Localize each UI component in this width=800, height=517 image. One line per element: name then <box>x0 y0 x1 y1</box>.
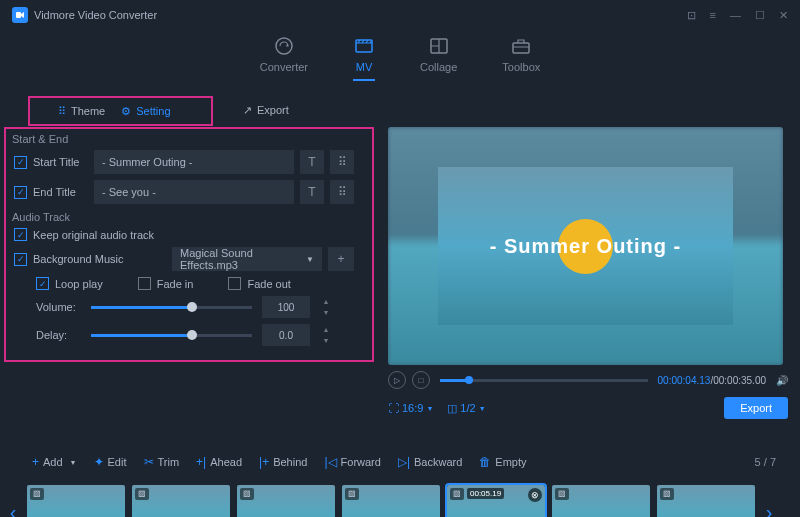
end-title-text-button[interactable]: T <box>300 180 324 204</box>
backward-icon: ▷| <box>398 455 410 469</box>
audio-track-header: Audio Track <box>6 207 362 225</box>
image-icon: ▨ <box>240 488 254 500</box>
tab-toolbox[interactable]: Toolbox <box>502 35 540 81</box>
start-title-grid-button[interactable]: ⠿ <box>330 150 354 174</box>
delay-value[interactable]: 0.0 <box>262 324 310 346</box>
svg-rect-4 <box>513 43 529 53</box>
behind-button[interactable]: |+Behind <box>251 452 315 472</box>
thumbnail-1[interactable]: ▨ <box>27 485 125 518</box>
volume-value[interactable]: 100 <box>262 296 310 318</box>
thumbnail-2[interactable]: ▨ <box>132 485 230 518</box>
split-icon: ◫ <box>447 402 457 415</box>
page-ratio-select[interactable]: ◫1/2▼ <box>447 402 485 415</box>
chevron-down-icon: ▼ <box>479 405 486 412</box>
minimize-icon[interactable]: — <box>730 9 741 22</box>
converter-icon <box>273 35 295 57</box>
image-icon: ▨ <box>660 488 674 500</box>
bg-music-select[interactable]: Magical Sound Effects.mp3▼ <box>172 247 322 271</box>
volume-up[interactable]: ▲ <box>320 298 332 305</box>
scissors-icon: ✂ <box>144 455 154 469</box>
start-title-checkbox[interactable]: ✓ <box>14 156 27 169</box>
delay-label: Delay: <box>36 329 81 341</box>
edit-button[interactable]: ✦Edit <box>86 452 135 472</box>
tab-collage[interactable]: Collage <box>420 35 457 81</box>
mv-icon <box>353 35 375 57</box>
ahead-button[interactable]: +|Ahead <box>188 452 250 472</box>
volume-icon[interactable]: 🔊 <box>776 375 788 386</box>
image-icon: ▨ <box>555 488 569 500</box>
add-button[interactable]: +Add ▼ <box>24 452 85 472</box>
subtab-theme[interactable]: ⠿Theme <box>50 100 113 123</box>
delay-slider[interactable] <box>91 334 252 337</box>
thumbnail-5[interactable]: ▨ 00:05.19 ⊗ ▷☆◷ <box>447 485 545 518</box>
thumb-remove[interactable]: ⊗ <box>528 488 542 502</box>
backward-button[interactable]: ▷|Backward <box>390 452 470 472</box>
feedback-icon[interactable]: ⊡ <box>687 9 696 22</box>
volume-down[interactable]: ▼ <box>320 309 332 316</box>
image-icon: ▨ <box>30 488 44 500</box>
forward-icon: |◁ <box>324 455 336 469</box>
export-button[interactable]: Export <box>724 397 788 419</box>
thumbnail-3[interactable]: ▨ <box>237 485 335 518</box>
start-title-input[interactable] <box>94 150 294 174</box>
loop-checkbox[interactable]: ✓ <box>36 277 49 290</box>
tab-converter[interactable]: Converter <box>260 35 308 81</box>
app-logo <box>12 7 28 23</box>
trim-button[interactable]: ✂Trim <box>136 452 188 472</box>
end-title-checkbox[interactable]: ✓ <box>14 186 27 199</box>
delay-down[interactable]: ▼ <box>320 337 332 344</box>
tab-mv[interactable]: MV <box>353 35 375 81</box>
thumbnail-4[interactable]: ▨ <box>342 485 440 518</box>
fadein-checkbox[interactable] <box>138 277 151 290</box>
wand-icon: ✦ <box>94 455 104 469</box>
start-title-label: Start Title <box>33 156 88 168</box>
keep-original-label: Keep original audio track <box>33 229 154 241</box>
start-title-text-button[interactable]: T <box>300 150 324 174</box>
stop-button[interactable]: □ <box>412 371 430 389</box>
delay-up[interactable]: ▲ <box>320 326 332 333</box>
forward-button[interactable]: |◁Forward <box>316 452 388 472</box>
fadein-label: Fade in <box>157 278 194 290</box>
image-icon: ▨ <box>450 488 464 500</box>
fadeout-label: Fade out <box>247 278 290 290</box>
subtab-export[interactable]: ↗Export <box>243 104 289 117</box>
video-preview: - Summer Outing - <box>388 127 783 365</box>
progress-bar[interactable] <box>440 379 648 382</box>
svg-point-1 <box>276 38 292 54</box>
aspect-icon: ⛶ <box>388 402 399 414</box>
end-title-label: End Title <box>33 186 88 198</box>
menu-icon[interactable]: ≡ <box>710 9 716 22</box>
ahead-icon: +| <box>196 455 206 469</box>
bg-music-label: Background Music <box>33 253 166 265</box>
fadeout-checkbox[interactable] <box>228 277 241 290</box>
filmstrip-next[interactable]: › <box>762 501 776 518</box>
app-title: Vidmore Video Converter <box>34 9 157 21</box>
theme-icon: ⠿ <box>58 105 66 118</box>
play-button[interactable]: ▷ <box>388 371 406 389</box>
behind-icon: |+ <box>259 455 269 469</box>
svg-rect-0 <box>16 12 21 18</box>
gear-icon: ⚙ <box>121 105 131 118</box>
thumbnail-6[interactable]: ▨ <box>552 485 650 518</box>
toolbox-icon <box>510 35 532 57</box>
plus-icon: + <box>32 455 39 469</box>
collage-icon <box>428 35 450 57</box>
close-icon[interactable]: ✕ <box>779 9 788 22</box>
image-icon: ▨ <box>135 488 149 500</box>
filmstrip-prev[interactable]: ‹ <box>6 501 20 518</box>
loop-label: Loop play <box>55 278 103 290</box>
add-music-button[interactable]: + <box>328 247 354 271</box>
maximize-icon[interactable]: ☐ <box>755 9 765 22</box>
keep-original-checkbox[interactable]: ✓ <box>14 228 27 241</box>
thumb-duration: 00:05.19 <box>467 488 504 499</box>
thumbnail-7[interactable]: ▨ <box>657 485 755 518</box>
aspect-ratio-select[interactable]: ⛶16:9▼ <box>388 402 433 414</box>
subtab-setting[interactable]: ⚙Setting <box>113 100 178 123</box>
clip-counter: 5 / 7 <box>755 456 776 468</box>
end-title-input[interactable] <box>94 180 294 204</box>
end-title-grid-button[interactable]: ⠿ <box>330 180 354 204</box>
empty-button[interactable]: 🗑Empty <box>471 452 534 472</box>
settings-panel: Start & End ✓ Start Title T ⠿ ✓ End Titl… <box>4 127 374 362</box>
bg-music-checkbox[interactable]: ✓ <box>14 253 27 266</box>
volume-slider[interactable] <box>91 306 252 309</box>
